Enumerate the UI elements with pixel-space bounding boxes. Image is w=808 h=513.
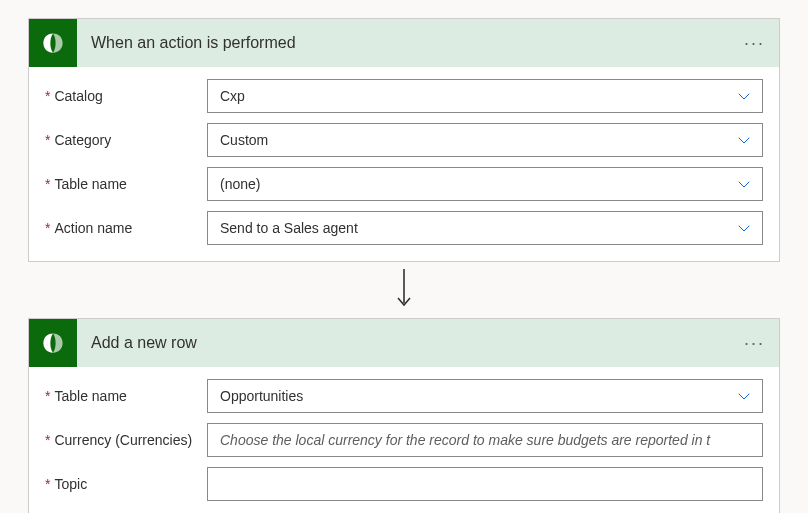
required-marker: * <box>45 132 50 148</box>
dataverse-icon <box>29 19 77 67</box>
required-marker: * <box>45 220 50 236</box>
ellipsis-icon: ··· <box>744 33 765 53</box>
required-marker: * <box>45 388 50 404</box>
required-marker: * <box>45 176 50 192</box>
table-name-2-label-text: Table name <box>54 388 126 404</box>
field-row-topic: * Topic <box>45 467 763 501</box>
topic-placeholder <box>207 467 763 501</box>
trigger-card-body: * Catalog Cxp * Category Custom <box>29 67 779 261</box>
currency-label: * Currency (Currencies) <box>45 432 207 448</box>
catalog-label-text: Catalog <box>54 88 102 104</box>
flow-connector[interactable] <box>28 262 780 318</box>
table-name-select[interactable]: (none) <box>207 167 763 201</box>
field-row-action-name: * Action name Send to a Sales agent <box>45 211 763 245</box>
trigger-card-title: When an action is performed <box>77 34 296 52</box>
topic-input[interactable] <box>207 467 763 501</box>
arrow-down-icon <box>394 267 414 313</box>
category-select-value: Custom <box>207 123 763 157</box>
dataverse-icon <box>29 319 77 367</box>
table-name-2-select[interactable]: Opportunities <box>207 379 763 413</box>
action-card: Add a new row ··· * Table name Opportuni… <box>28 318 780 513</box>
field-row-catalog: * Catalog Cxp <box>45 79 763 113</box>
trigger-card: When an action is performed ··· * Catalo… <box>28 18 780 262</box>
catalog-select[interactable]: Cxp <box>207 79 763 113</box>
category-label: * Category <box>45 132 207 148</box>
field-row-table-name-2: * Table name Opportunities <box>45 379 763 413</box>
currency-input[interactable]: Choose the local currency for the record… <box>207 423 763 457</box>
required-marker: * <box>45 476 50 492</box>
trigger-card-header[interactable]: When an action is performed ··· <box>29 19 779 67</box>
trigger-card-menu-button[interactable]: ··· <box>744 34 765 52</box>
table-name-2-label: * Table name <box>45 388 207 404</box>
currency-placeholder: Choose the local currency for the record… <box>207 423 763 457</box>
action-name-select[interactable]: Send to a Sales agent <box>207 211 763 245</box>
action-card-header[interactable]: Add a new row ··· <box>29 319 779 367</box>
category-label-text: Category <box>54 132 111 148</box>
field-row-category: * Category Custom <box>45 123 763 157</box>
required-marker: * <box>45 432 50 448</box>
topic-label-text: Topic <box>54 476 87 492</box>
currency-label-text: Currency (Currencies) <box>54 432 192 448</box>
action-name-label: * Action name <box>45 220 207 236</box>
field-row-currency: * Currency (Currencies) Choose the local… <box>45 423 763 457</box>
table-name-label: * Table name <box>45 176 207 192</box>
action-card-menu-button[interactable]: ··· <box>744 334 765 352</box>
table-name-label-text: Table name <box>54 176 126 192</box>
action-name-label-text: Action name <box>54 220 132 236</box>
field-row-table-name: * Table name (none) <box>45 167 763 201</box>
action-card-body: * Table name Opportunities * Currency (C… <box>29 367 779 513</box>
catalog-select-value: Cxp <box>207 79 763 113</box>
ellipsis-icon: ··· <box>744 333 765 353</box>
action-name-select-value: Send to a Sales agent <box>207 211 763 245</box>
table-name-2-select-value: Opportunities <box>207 379 763 413</box>
topic-label: * Topic <box>45 476 207 492</box>
action-card-title: Add a new row <box>77 334 197 352</box>
required-marker: * <box>45 88 50 104</box>
table-name-select-value: (none) <box>207 167 763 201</box>
category-select[interactable]: Custom <box>207 123 763 157</box>
catalog-label: * Catalog <box>45 88 207 104</box>
